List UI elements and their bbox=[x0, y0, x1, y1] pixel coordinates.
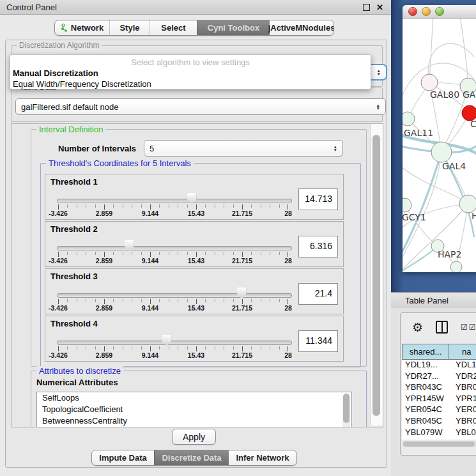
numerical-attributes-label: Numerical Attributes bbox=[36, 378, 118, 387]
threshold-slider-track[interactable] bbox=[57, 199, 292, 203]
network-node-label: GAL4 bbox=[442, 161, 466, 171]
threshold-slider-track[interactable] bbox=[57, 293, 292, 298]
slider-scale-labels: -3.426 2.859 9.144 15.43 21.715 28 bbox=[58, 351, 288, 359]
network-node[interactable] bbox=[403, 198, 411, 212]
table-row[interactable]: YDL19...YDL1 bbox=[402, 360, 476, 371]
network-node-label: GCY1 bbox=[403, 212, 426, 222]
tab-cyni-toolbox[interactable]: Cyni Toolbox bbox=[197, 20, 270, 35]
right-pane: GAL80GACGAL11GAL4GCY1HHAP2 Table Panel ⚙… bbox=[391, 0, 476, 476]
threshold-value-field[interactable]: 11.344 bbox=[298, 330, 338, 352]
network-node-label: HAP2 bbox=[438, 249, 461, 259]
network-node-label: GAL80 bbox=[430, 89, 459, 100]
algorithm-section-title: Discretization Algorithm bbox=[17, 41, 102, 50]
thresholds-section: Threshold's Coordinates for 5 Intervals … bbox=[40, 163, 361, 367]
network-canvas[interactable]: GAL80GACGAL11GAL4GCY1HHAP2 bbox=[403, 19, 476, 272]
threshold-label: Threshold 4 bbox=[50, 319, 98, 328]
slider-ticks bbox=[58, 252, 288, 257]
attributes-section: Attributes to discretize Numerical Attri… bbox=[31, 371, 367, 427]
table-data-combobox[interactable]: galFiltered.sif default node ▲▼ bbox=[15, 98, 386, 115]
settings-scroll-panel: Interval Definition Number of Intervals … bbox=[11, 123, 383, 427]
tab-label: Select bbox=[161, 23, 185, 33]
table-row[interactable]: YBL079WYBL0 bbox=[402, 427, 476, 439]
threshold-label: Threshold 3 bbox=[50, 272, 98, 281]
network-window-titlebar[interactable] bbox=[403, 5, 476, 19]
column-layout-icon[interactable] bbox=[436, 321, 448, 334]
tab-jactivemnodules[interactable]: jActiveMNodules bbox=[270, 20, 334, 35]
threshold-label: Threshold 1 bbox=[50, 177, 98, 187]
table-data-value: galFiltered.sif default node bbox=[21, 102, 118, 112]
network-node[interactable] bbox=[431, 142, 452, 162]
threshold-label: Threshold 2 bbox=[50, 224, 98, 234]
gear-icon[interactable]: ⚙ bbox=[412, 321, 423, 334]
slider-scale-labels: -3.426 2.859 9.144 15.43 21.715 28 bbox=[58, 210, 288, 217]
network-window: GAL80GACGAL11GAL4GCY1HHAP2 bbox=[403, 5, 476, 272]
threshold-value-field[interactable]: 14.713 bbox=[298, 188, 338, 210]
tab-select[interactable]: Select bbox=[150, 20, 197, 35]
table-panel-title: Table Panel bbox=[391, 296, 449, 305]
bottom-tabstrip: Impute Data Discretize Data Infer Networ… bbox=[91, 450, 297, 466]
close-traffic-light-icon[interactable] bbox=[408, 7, 417, 16]
threshold-value-field[interactable]: 21.4 bbox=[298, 283, 338, 305]
slider-scale-labels: -3.426 2.859 9.144 15.43 21.715 28 bbox=[58, 304, 288, 312]
attributes-section-title: Attributes to discretize bbox=[36, 366, 123, 376]
slider-ticks bbox=[58, 299, 288, 304]
top-tabstrip: Network Style Select Cyni Toolbox jActiv… bbox=[54, 20, 334, 36]
list-item[interactable]: SelfLoops bbox=[37, 392, 351, 404]
minimize-traffic-light-icon[interactable] bbox=[422, 7, 431, 16]
settings-panel-scrollbar[interactable] bbox=[370, 124, 383, 426]
table-row[interactable]: YBR043CYBR0 bbox=[402, 382, 476, 394]
numerical-attributes-list: SelfLoops TopologicalCoefficient Between… bbox=[36, 392, 352, 427]
zoom-traffic-light-icon[interactable] bbox=[435, 7, 444, 16]
threshold-slider-track[interactable] bbox=[57, 341, 292, 345]
list-item[interactable]: TopologicalCoefficient bbox=[37, 404, 351, 415]
table-panel-titlebar: Table Panel bbox=[391, 292, 476, 309]
threshold-slider-track[interactable] bbox=[57, 246, 292, 250]
column-header-shared-name[interactable]: shared... bbox=[402, 344, 449, 359]
tab-style[interactable]: Style bbox=[109, 20, 150, 35]
network-node[interactable] bbox=[450, 261, 462, 272]
tab-label: Style bbox=[119, 23, 139, 33]
apply-button[interactable]: Apply bbox=[172, 429, 216, 445]
tab-discretize-data[interactable]: Discretize Data bbox=[154, 450, 229, 465]
table-row[interactable]: YLR345WYLR3 bbox=[402, 438, 476, 440]
table-panel: ⚙ ☑☑ shared... na YDL19...YDL1 YDR27...Y… bbox=[391, 308, 476, 476]
interval-definition-section: Interval Definition Number of Intervals … bbox=[31, 129, 367, 367]
threshold-2-box: Threshold 2 -3.426 2.859 9.144 15.43 21.… bbox=[45, 221, 344, 267]
list-item[interactable]: BetweennessCentrality bbox=[37, 415, 351, 427]
threshold-3-box: Threshold 3 -3.426 2.859 9.144 15.43 21.… bbox=[45, 268, 344, 314]
number-of-intervals-combobox[interactable]: 5 ▲▼ bbox=[144, 140, 343, 157]
algorithm-option-equal-width[interactable]: Equal Width/Frequency Discretization bbox=[10, 79, 371, 89]
tab-infer-network[interactable]: Infer Network bbox=[229, 450, 296, 465]
tab-label: Cyni Toolbox bbox=[208, 23, 259, 33]
threshold-value-field[interactable]: 6.316 bbox=[298, 236, 338, 257]
float-window-icon[interactable] bbox=[363, 4, 370, 11]
table-header-row: shared... na bbox=[402, 344, 476, 360]
table-row[interactable]: YBR045CYBR0 bbox=[402, 416, 476, 427]
table-panel-inner: ⚙ ☑☑ shared... na YDL19...YDL1 YDR27...Y… bbox=[400, 312, 476, 456]
attributes-list-scrollbar[interactable] bbox=[342, 394, 350, 427]
tab-label: jActiveMNodules bbox=[268, 23, 334, 33]
tab-network[interactable]: Network bbox=[55, 20, 109, 35]
network-view-frame: GAL80GACGAL11GAL4GCY1HHAP2 bbox=[391, 0, 476, 292]
network-node[interactable] bbox=[403, 112, 415, 126]
control-panel: Control Panel ✕ Network Style Se bbox=[0, 0, 391, 476]
algorithm-option-manual[interactable]: Manual Discretization bbox=[10, 68, 371, 79]
table-horizontal-scrollbar[interactable] bbox=[402, 441, 476, 447]
close-icon[interactable]: ✕ bbox=[376, 3, 383, 12]
tab-impute-data[interactable]: Impute Data bbox=[92, 450, 154, 465]
thresholds-section-title: Threshold's Coordinates for 5 Intervals bbox=[46, 158, 194, 168]
network-node[interactable] bbox=[459, 195, 476, 213]
panel-title: Control Panel bbox=[0, 3, 57, 12]
table-data-section: Table Data galFiltered.sif default node … bbox=[11, 88, 383, 122]
table-row[interactable]: YDR27...YDR2 bbox=[402, 371, 476, 383]
application: Control Panel ✕ Network Style Se bbox=[0, 0, 476, 476]
table-row[interactable]: YPR145WYPR1 bbox=[402, 394, 476, 405]
table-row[interactable]: YER054CYER0 bbox=[402, 404, 476, 416]
algorithm-dropdown-popup: Select algorithm to view settings Manual… bbox=[10, 54, 371, 89]
interval-definition-title: Interval Definition bbox=[36, 125, 105, 134]
column-header-name[interactable]: na bbox=[449, 344, 476, 359]
slider-ticks bbox=[58, 346, 288, 351]
network-node[interactable] bbox=[421, 74, 438, 91]
network-node-label: H bbox=[472, 211, 476, 221]
select-columns-icon[interactable]: ☑☑ bbox=[461, 323, 476, 332]
